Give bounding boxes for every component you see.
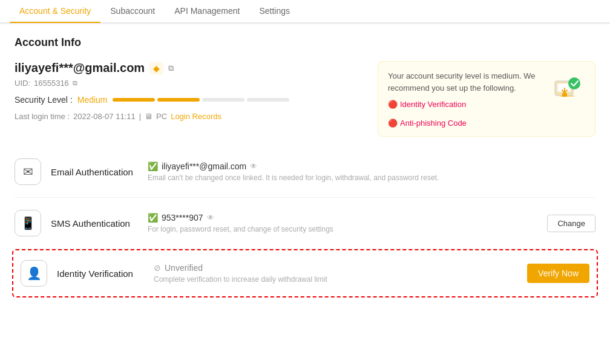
auth-value-row-sms: ✅953****907👁 — [148, 213, 547, 223]
hint-icon-sms[interactable]: 👁 — [207, 213, 214, 222]
rec-title: Your account security level is medium. W… — [388, 70, 543, 94]
auth-item-email: ✉Email Authentication✅iliyayefi***@gmail… — [15, 146, 595, 198]
auth-name-email: Email Authentication — [51, 167, 148, 177]
svg-point-2 — [568, 77, 580, 89]
auth-action-sms: Change — [547, 215, 595, 232]
verified-dot-sms: ✅ — [148, 213, 158, 223]
login-records-link[interactable]: Login Records — [171, 112, 221, 121]
nav-tab-api-management[interactable]: API Management — [165, 0, 249, 23]
last-login-value: 2022-08-07 11:11 — [73, 112, 136, 121]
vip-icon: ◆ — [153, 63, 160, 73]
progress-segment-2 — [157, 98, 200, 102]
sms-icon: 📱 — [21, 216, 36, 230]
rec-item-antiphishing-label: Anti-phishing Code — [400, 119, 467, 128]
progress-segment-1 — [113, 98, 155, 102]
auth-value-sms: 953****907 — [162, 213, 203, 223]
security-progress-bar — [113, 98, 289, 102]
auth-name-identity: Identity Verification — [57, 268, 154, 279]
security-level-label: Security Level : — [15, 95, 73, 105]
auth-desc-sms: For login, password reset, and change of… — [148, 225, 547, 233]
progress-segment-3 — [202, 98, 244, 102]
auth-desc-identity: Complete verification to increase daily … — [154, 275, 527, 284]
auth-desc-email: Email can't be changed once linked. It i… — [148, 174, 595, 182]
separator: | — [139, 112, 141, 121]
login-device: PC — [156, 112, 167, 121]
auth-details-sms: ✅953****907👁For login, password reset, a… — [148, 213, 547, 233]
rec-item-identity-label: Identity Verification — [400, 100, 466, 109]
rec-items: 🔴 Identity Verification 🔴 Anti-phishing … — [388, 100, 543, 128]
identity-action-button[interactable]: Verify Now — [527, 264, 589, 283]
auth-item-identity: 👤Identity Verification⊘UnverifiedComplet… — [12, 249, 598, 297]
rec-illustration — [549, 70, 585, 112]
uid-label: UID: — [15, 79, 30, 88]
section-title: Account Info — [15, 36, 595, 49]
uid-value: 16555316 — [34, 79, 69, 88]
nav-tabs: Account & SecuritySubaccountAPI Manageme… — [0, 0, 610, 24]
verified-dot-email: ✅ — [148, 161, 158, 171]
auth-name-sms: SMS Authentication — [51, 218, 148, 229]
auth-value-row-identity: ⊘Unverified — [154, 263, 527, 273]
copy-uid-icon[interactable]: ⧉ — [73, 79, 77, 87]
security-recommendation-box: Your account security level is medium. W… — [378, 61, 595, 137]
auth-list: ✉Email Authentication✅iliyayefi***@gmail… — [15, 146, 595, 297]
unverified-dot-identity: ⊘ — [154, 263, 161, 273]
vip-badge: ◆ — [149, 62, 163, 74]
identity-icon: 👤 — [27, 266, 42, 281]
nav-tab-account-security[interactable]: Account & Security — [10, 0, 100, 23]
warn-icon-identity: 🔴 — [388, 100, 398, 109]
auth-icon-wrap-email: ✉ — [15, 158, 41, 185]
edit-email-icon[interactable]: ⧉ — [168, 63, 174, 73]
warn-icon-antiphishing: 🔴 — [388, 119, 398, 128]
nav-tab-subaccount[interactable]: Subaccount — [100, 0, 165, 23]
nav-tab-settings[interactable]: Settings — [249, 0, 300, 23]
sms-action-button[interactable]: Change — [547, 215, 595, 232]
auth-value-row-email: ✅iliyayefi***@gmail.com👁 — [148, 161, 595, 171]
auth-value-email: iliyayefi***@gmail.com — [162, 161, 246, 171]
auth-item-sms: 📱SMS Authentication✅953****907👁For login… — [15, 198, 595, 249]
progress-segment-4 — [247, 98, 289, 102]
email-display: iliyayefi***@gmail.com — [15, 61, 145, 75]
auth-details-email: ✅iliyayefi***@gmail.com👁Email can't be c… — [148, 161, 595, 182]
security-level-value: Medium — [77, 95, 108, 105]
hint-icon-email[interactable]: 👁 — [250, 162, 257, 171]
auth-icon-wrap-sms: 📱 — [15, 210, 41, 236]
email-icon: ✉ — [23, 164, 33, 179]
auth-details-identity: ⊘UnverifiedComplete verification to incr… — [154, 263, 527, 284]
pc-icon: 🖥 — [145, 112, 152, 121]
rec-item-identity[interactable]: 🔴 Identity Verification — [388, 100, 466, 109]
auth-value-identity: Unverified — [165, 263, 203, 273]
rec-item-antiphishing[interactable]: 🔴 Anti-phishing Code — [388, 119, 467, 128]
auth-action-identity: Verify Now — [527, 264, 589, 283]
auth-icon-wrap-identity: 👤 — [21, 260, 47, 287]
last-login-label: Last login time : — [15, 112, 70, 121]
